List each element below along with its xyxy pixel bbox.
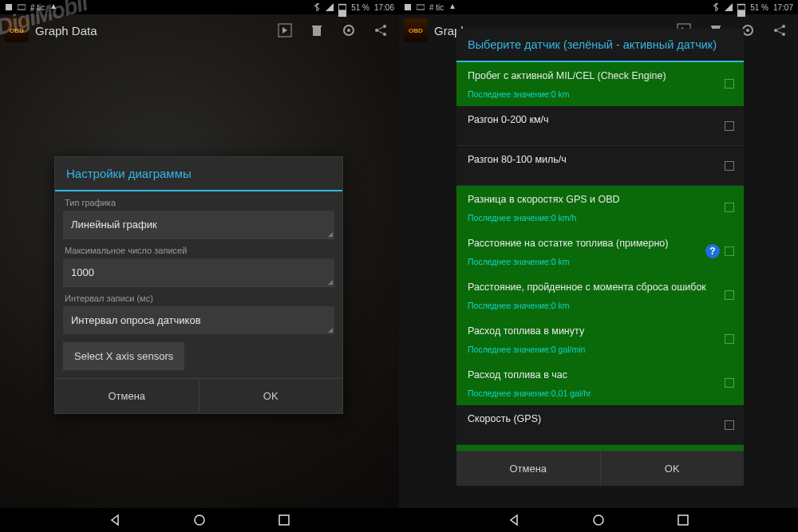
sensor-last-value: Последнее значение:0 km bbox=[468, 89, 733, 99]
clock: 17:06 bbox=[374, 3, 394, 12]
sensor-checkbox[interactable] bbox=[725, 290, 734, 300]
sensor-row[interactable]: Расстояние на остатке топлива (примерно)… bbox=[456, 230, 744, 274]
trash-icon[interactable] bbox=[310, 23, 324, 37]
sensor-row[interactable]: Разгон 0-200 км/ч bbox=[456, 106, 744, 146]
app-logo-icon: OBD bbox=[404, 18, 428, 42]
battery-icon bbox=[737, 3, 745, 11]
photo-icon bbox=[417, 3, 425, 11]
sensor-row[interactable]: Пробег с активной MIL/CEL (Check Engine)… bbox=[456, 62, 744, 106]
sensor-last-value: Последнее значение:0 km/h bbox=[468, 213, 733, 223]
wifi-icon bbox=[326, 3, 334, 11]
bluetooth-icon bbox=[313, 3, 321, 11]
bell-icon bbox=[49, 3, 57, 11]
sensor-title: Пробег с активной MIL/CEL (Check Engine) bbox=[468, 70, 733, 81]
sensor-select-dialog: Выберите датчик (зелёный - активный датч… bbox=[456, 29, 744, 486]
sensor-checkbox[interactable] bbox=[725, 79, 734, 89]
sensor-title: Расстояние на остатке топлива (примерно) bbox=[468, 238, 733, 249]
nav-bar bbox=[399, 508, 798, 532]
app-title: Graph Data bbox=[35, 24, 97, 37]
status-bar: # tic 51 % 17:06 bbox=[0, 0, 399, 14]
sensor-checkbox[interactable] bbox=[725, 246, 734, 256]
sensor-last-value: Последнее значение:0 km bbox=[468, 301, 733, 310]
play-icon[interactable] bbox=[278, 23, 292, 37]
status-indicators: # tic bbox=[429, 3, 444, 12]
sensor-row[interactable]: Расстояние, пройденное с момента сброса … bbox=[456, 274, 744, 317]
battery-icon bbox=[338, 3, 346, 11]
svg-point-10 bbox=[195, 515, 204, 525]
sensor-checkbox[interactable] bbox=[725, 121, 734, 131]
battery-text: 51 % bbox=[351, 3, 369, 12]
sensor-row[interactable]: Расход топлива в минутуПоследнее значени… bbox=[456, 317, 744, 361]
svg-rect-11 bbox=[279, 515, 289, 525]
sensor-title: Разница в скоростях GPS и OBD bbox=[468, 194, 733, 205]
app-bar: OBD Graph Data bbox=[0, 14, 399, 46]
sensor-last-value: Последнее значение:0 gal/min bbox=[468, 345, 733, 354]
interval-select[interactable]: Интервал опроса датчиков bbox=[63, 306, 334, 334]
wifi-icon bbox=[725, 3, 733, 11]
svg-rect-3 bbox=[338, 10, 346, 16]
chart-type-select[interactable]: Линейный график bbox=[63, 211, 334, 238]
help-icon[interactable]: ? bbox=[705, 244, 720, 258]
sensor-row[interactable]: Скорость (GPS) bbox=[456, 405, 744, 445]
select-x-axis-button[interactable]: Select X axis sensors bbox=[63, 342, 184, 370]
dialog-title: Выберите датчик (зелёный - активный датч… bbox=[456, 29, 744, 62]
sensor-checkbox[interactable] bbox=[725, 334, 734, 344]
svg-rect-13 bbox=[417, 5, 425, 10]
sensor-row[interactable]: Скорость (OBD) bbox=[456, 445, 744, 451]
sensor-title: Расход топлива в минуту bbox=[468, 325, 733, 337]
sensor-last-value: Последнее значение:0,01 gal/hr bbox=[468, 388, 733, 398]
cancel-button[interactable]: Отмена bbox=[55, 379, 199, 413]
svg-rect-15 bbox=[737, 10, 745, 16]
left-pane: DigiMobil™ # tic 51 % 17:06 OBD Graph Da… bbox=[0, 0, 399, 532]
interval-label: Интервал записи (мс) bbox=[63, 287, 334, 306]
svg-rect-12 bbox=[405, 4, 411, 10]
sd-icon bbox=[5, 3, 13, 11]
sensor-checkbox[interactable] bbox=[725, 420, 734, 430]
max-records-select[interactable]: 1000 bbox=[63, 258, 334, 286]
nav-bar bbox=[0, 508, 399, 532]
recent-icon[interactable] bbox=[677, 514, 689, 526]
sd-icon bbox=[404, 3, 412, 11]
home-icon[interactable] bbox=[193, 514, 206, 526]
share-icon[interactable] bbox=[373, 23, 388, 37]
sensor-last-value: Последнее значение:0 km bbox=[468, 257, 733, 266]
cancel-button[interactable]: Отмена bbox=[456, 451, 600, 486]
sensor-checkbox[interactable] bbox=[725, 203, 734, 212]
svg-rect-0 bbox=[6, 4, 12, 10]
ok-button[interactable]: OK bbox=[600, 451, 745, 486]
sensor-title: Скорость (GPS) bbox=[468, 413, 733, 424]
gear-icon[interactable] bbox=[342, 23, 356, 37]
clock: 17:07 bbox=[773, 3, 793, 12]
max-records-label: Максимальное число записей bbox=[63, 239, 334, 258]
right-pane: # tic 51 % 17:07 OBD Graph Выберите д bbox=[399, 0, 798, 532]
battery-text: 51 % bbox=[750, 3, 768, 12]
svg-rect-23 bbox=[678, 515, 688, 525]
sensor-title: Разгон 0-200 км/ч bbox=[468, 114, 733, 125]
bluetooth-icon bbox=[712, 3, 720, 11]
svg-point-6 bbox=[347, 29, 350, 32]
chart-type-label: Тип графика bbox=[63, 191, 334, 211]
share-icon[interactable] bbox=[772, 23, 787, 37]
sensor-row[interactable]: Расход топлива в часПоследнее значение:0… bbox=[456, 361, 744, 405]
ok-button[interactable]: OK bbox=[199, 379, 343, 413]
sensor-row[interactable]: Разгон 80-100 миль/ч bbox=[456, 146, 744, 186]
chart-settings-dialog: Настройки диаграммы Тип графика Линейный… bbox=[54, 156, 343, 414]
bell-icon bbox=[448, 3, 456, 11]
back-icon[interactable] bbox=[508, 514, 520, 526]
sensor-checkbox[interactable] bbox=[725, 161, 734, 171]
home-icon[interactable] bbox=[592, 514, 605, 526]
photo-icon bbox=[18, 3, 26, 11]
sensor-title: Расстояние, пройденное с момента сброса … bbox=[468, 282, 733, 293]
sensor-checkbox[interactable] bbox=[725, 378, 734, 388]
sensor-title: Разгон 80-100 миль/ч bbox=[468, 154, 733, 165]
sensor-title: Расход топлива в час bbox=[468, 369, 733, 380]
back-icon[interactable] bbox=[109, 514, 121, 526]
app-logo-icon: OBD bbox=[5, 18, 29, 42]
svg-point-18 bbox=[746, 29, 749, 32]
dialog-title: Настройки диаграммы bbox=[55, 157, 342, 191]
status-bar: # tic 51 % 17:07 bbox=[399, 0, 798, 14]
sensor-list[interactable]: Пробег с активной MIL/CEL (Check Engine)… bbox=[456, 62, 744, 451]
recent-icon[interactable] bbox=[278, 514, 290, 526]
sensor-row[interactable]: Разница в скоростях GPS и OBDПоследнее з… bbox=[456, 186, 744, 230]
svg-point-22 bbox=[594, 515, 603, 525]
